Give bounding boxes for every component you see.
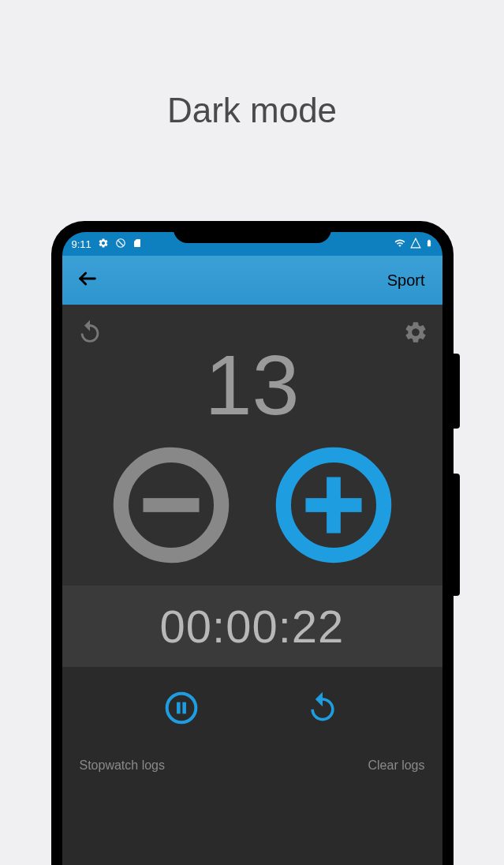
- back-button[interactable]: [77, 268, 99, 293]
- counter-value: 13: [77, 343, 428, 428]
- signal-icon: [409, 238, 422, 251]
- logs-row: Stopwatch logs Clear logs: [62, 752, 442, 787]
- svg-rect-4: [143, 498, 199, 512]
- settings-button[interactable]: [403, 320, 428, 348]
- pause-button[interactable]: [164, 691, 199, 728]
- increment-button[interactable]: [275, 447, 392, 564]
- app-title: Sport: [387, 271, 425, 290]
- side-button-volume: [454, 474, 460, 596]
- svg-rect-7: [327, 477, 341, 533]
- gear-icon: [98, 238, 109, 251]
- screen: 9:11: [62, 232, 442, 865]
- timer-display: 00:00:22: [62, 586, 442, 667]
- phone-frame: 9:11: [51, 221, 454, 865]
- app-bar: Sport: [62, 256, 442, 305]
- reset-timer-button[interactable]: [305, 691, 340, 728]
- timer-value: 00:00:22: [160, 601, 345, 652]
- wifi-icon: [394, 238, 406, 251]
- sd-card-icon: [133, 238, 142, 251]
- phone-notch: [174, 221, 331, 243]
- battery-icon: [425, 237, 433, 252]
- clear-logs-button[interactable]: Clear logs: [368, 758, 424, 773]
- decrement-button[interactable]: [113, 447, 230, 564]
- svg-point-8: [167, 694, 196, 723]
- reset-counter-button[interactable]: [77, 319, 103, 349]
- counter-area: 13: [62, 305, 442, 586]
- timer-controls: [62, 667, 442, 752]
- logs-label: Stopwatch logs: [80, 758, 166, 773]
- svg-line-1: [118, 240, 123, 245]
- status-time: 9:11: [72, 238, 91, 250]
- side-button-power: [454, 354, 460, 429]
- page-title: Dark mode: [0, 91, 504, 130]
- no-icon: [115, 238, 126, 251]
